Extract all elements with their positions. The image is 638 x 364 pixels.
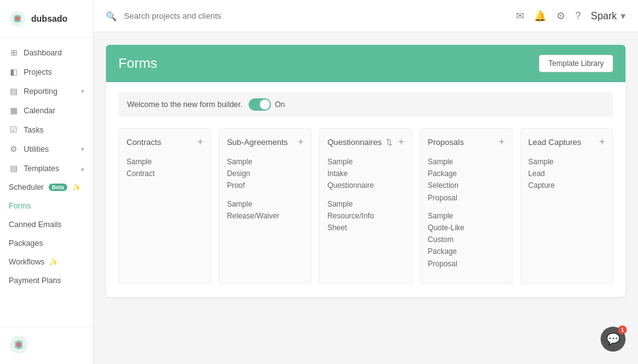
- sidebar-item-dashboard[interactable]: ⊞ Dashboard: [0, 43, 93, 62]
- item-label[interactable]: Sample: [327, 156, 404, 168]
- sidebar-item-templates[interactable]: ▤ Templates ▴: [0, 159, 93, 178]
- page-title: Forms: [118, 55, 157, 72]
- list-item: Sample Release/Waiver: [227, 198, 303, 222]
- item-label[interactable]: Sample: [126, 156, 203, 168]
- item-label[interactable]: Lead: [528, 168, 605, 180]
- email-icon[interactable]: ✉: [516, 10, 524, 22]
- item-label[interactable]: Custom: [428, 234, 505, 246]
- calendar-icon: ▦: [9, 106, 19, 115]
- sparkle-icon: ✨: [49, 258, 58, 266]
- logo-text: dubsado: [31, 14, 67, 24]
- column-lead-captures: Lead Captures + Sample Lead Capture: [520, 128, 613, 284]
- sidebar-item-label: Utilities: [24, 145, 49, 154]
- sidebar-item-tasks[interactable]: ☑ Tasks: [0, 120, 93, 139]
- logo[interactable]: dubsado: [0, 0, 93, 38]
- item-label[interactable]: Sample: [227, 198, 303, 210]
- item-label[interactable]: Sample: [428, 210, 505, 222]
- column-title-lead-captures: Lead Captures: [528, 138, 581, 147]
- item-label[interactable]: Package: [428, 246, 505, 258]
- item-label[interactable]: Release/Waiver: [227, 210, 303, 222]
- user-menu[interactable]: Spark ▾: [591, 10, 626, 22]
- sidebar-item-scheduler[interactable]: Scheduler Beta ✨: [0, 178, 93, 197]
- item-label[interactable]: Capture: [528, 180, 605, 192]
- settings-icon[interactable]: ⚙: [556, 10, 565, 22]
- column-header-lead-captures: Lead Captures +: [528, 136, 605, 147]
- list-item: Sample Resource/Info Sheet: [327, 198, 404, 235]
- item-label[interactable]: Sheet: [327, 222, 404, 234]
- sidebar-item-packages[interactable]: Packages: [0, 234, 93, 253]
- column-questionnaires: Questionnaires ⇅ + Sample Intake Questio…: [319, 128, 412, 284]
- header: 🔍 ✉ 🔔 ⚙ ? Spark ▾: [93, 0, 638, 32]
- chat-bubble-button[interactable]: 💬 1: [601, 327, 626, 352]
- list-item: Sample Quote-Like Custom Package Proposa…: [428, 210, 505, 270]
- chevron-up-icon: ▴: [81, 165, 84, 172]
- add-questionnaire-button[interactable]: +: [398, 136, 404, 147]
- sidebar-item-canned-emails[interactable]: Canned Emails: [0, 215, 93, 234]
- reporting-icon: ▤: [9, 86, 19, 96]
- chevron-down-icon: ▾: [81, 146, 84, 152]
- column-contracts: Contracts + Sample Contract: [118, 128, 211, 284]
- sidebar-item-utilities[interactable]: ⚙ Utilities ▾: [0, 139, 93, 159]
- sidebar-item-payment-plans[interactable]: Payment Plans: [0, 271, 93, 290]
- sidebar-nav: ⊞ Dashboard ◧ Projects ▤ Reporting ▾ ▦ C…: [0, 38, 93, 327]
- column-header-questionnaires: Questionnaires ⇅ +: [327, 136, 404, 147]
- item-label[interactable]: Sample: [327, 198, 404, 210]
- column-header-contracts: Contracts +: [126, 136, 203, 147]
- sidebar-item-label: Templates: [24, 164, 59, 173]
- column-title-contracts: Contracts: [126, 138, 161, 147]
- dashboard-icon: ⊞: [9, 48, 19, 57]
- sidebar-item-label: Packages: [9, 239, 43, 248]
- user-name: Spark: [591, 11, 617, 22]
- template-library-button[interactable]: Template Library: [539, 55, 613, 72]
- sidebar-item-projects[interactable]: ◧ Projects: [0, 62, 93, 82]
- list-item: Sample Design Proof: [227, 156, 303, 192]
- add-proposal-button[interactable]: +: [498, 136, 504, 147]
- item-label[interactable]: Quote-Like: [428, 222, 505, 234]
- toggle-knob: [260, 100, 270, 110]
- sidebar-item-calendar[interactable]: ▦ Calendar: [0, 101, 93, 120]
- item-label[interactable]: Sample: [227, 156, 303, 168]
- dubsado-logo-icon: [9, 10, 26, 27]
- forms-header: Forms Template Library: [106, 45, 626, 82]
- help-icon[interactable]: ?: [575, 11, 581, 22]
- user-menu-chevron: ▾: [621, 10, 626, 22]
- column-header-sub-agreements: Sub-Agreements +: [227, 136, 303, 147]
- item-label[interactable]: Proof: [227, 180, 303, 192]
- add-sub-agreement-button[interactable]: +: [298, 136, 303, 147]
- list-item: Sample Contract: [126, 156, 203, 180]
- item-label[interactable]: Sample: [528, 156, 605, 168]
- tasks-icon: ☑: [9, 125, 19, 134]
- sparkle-icon: ✨: [72, 184, 81, 192]
- sidebar-item-label: Tasks: [24, 126, 44, 134]
- add-contract-button[interactable]: +: [198, 136, 203, 147]
- item-label[interactable]: Resource/Info: [327, 210, 404, 222]
- chat-icon: 💬: [606, 332, 620, 346]
- item-label[interactable]: Package: [428, 168, 505, 180]
- add-lead-capture-button[interactable]: +: [599, 136, 605, 147]
- item-label[interactable]: Intake: [327, 168, 404, 180]
- item-label[interactable]: Design: [227, 168, 303, 180]
- sidebar-item-workflows[interactable]: Workflows ✨: [0, 253, 93, 271]
- item-label[interactable]: Sample: [428, 156, 505, 168]
- page-content: Forms Template Library Welcome to the ne…: [93, 32, 638, 364]
- sort-questionnaires-button[interactable]: ⇅: [386, 138, 393, 147]
- item-label[interactable]: Proposal: [428, 192, 505, 204]
- projects-icon: ◧: [9, 67, 19, 77]
- item-label[interactable]: Proposal: [428, 258, 505, 270]
- sidebar-item-reporting[interactable]: ▤ Reporting ▾: [0, 82, 93, 101]
- form-builder-card: Welcome to the new form builder. On Cont…: [106, 82, 626, 297]
- toggle-label: On: [275, 100, 285, 109]
- search-icon: 🔍: [106, 11, 117, 21]
- bell-icon[interactable]: 🔔: [534, 10, 546, 22]
- search-input[interactable]: [124, 11, 508, 21]
- column-sub-agreements: Sub-Agreements + Sample Design Proof Sam…: [219, 128, 312, 284]
- chevron-down-icon: ▾: [81, 88, 84, 95]
- header-actions: ✉ 🔔 ⚙ ? Spark ▾: [516, 10, 626, 22]
- item-label[interactable]: Contract: [126, 168, 203, 180]
- sidebar-item-label: Forms: [9, 202, 31, 210]
- sidebar-item-forms[interactable]: Forms: [0, 197, 93, 215]
- item-label[interactable]: Questionnaire: [327, 180, 404, 192]
- item-label[interactable]: Selection: [428, 180, 505, 192]
- form-builder-toggle[interactable]: [249, 98, 271, 111]
- main-content: 🔍 ✉ 🔔 ⚙ ? Spark ▾ Forms Template Library…: [93, 0, 638, 364]
